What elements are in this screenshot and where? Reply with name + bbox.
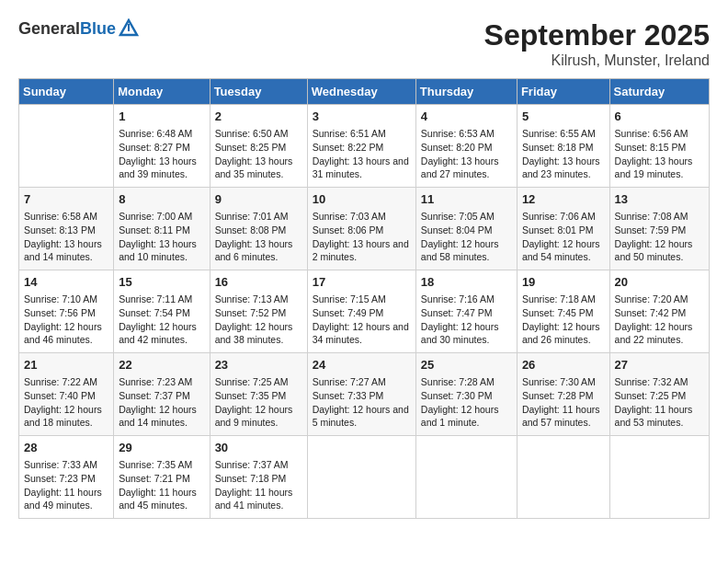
day-info: Sunrise: 7:13 AMSunset: 7:52 PMDaylight:… (215, 293, 302, 347)
day-number: 19 (522, 274, 605, 291)
calendar-cell: 16Sunrise: 7:13 AMSunset: 7:52 PMDayligh… (210, 270, 307, 353)
column-header-tuesday: Tuesday (210, 79, 307, 105)
calendar-cell (609, 436, 709, 519)
day-info: Sunrise: 7:05 AMSunset: 8:04 PMDaylight:… (421, 210, 512, 264)
title-block: September 2025 Kilrush, Munster, Ireland (484, 18, 710, 69)
day-number: 17 (313, 274, 411, 291)
calendar-cell: 4Sunrise: 6:53 AMSunset: 8:20 PMDaylight… (415, 105, 517, 188)
day-number: 29 (119, 440, 204, 456)
day-number: 2 (215, 109, 302, 125)
day-info: Sunrise: 7:28 AMSunset: 7:30 PMDaylight:… (421, 375, 512, 430)
day-info: Sunrise: 7:27 AMSunset: 7:33 PMDaylight:… (313, 375, 411, 430)
calendar-cell: 26Sunrise: 7:30 AMSunset: 7:28 PMDayligh… (517, 353, 609, 436)
calendar-cell: 10Sunrise: 7:03 AMSunset: 8:06 PMDayligh… (307, 188, 415, 270)
day-number: 30 (215, 440, 302, 456)
column-header-sunday: Sunday (19, 79, 114, 105)
calendar-cell: 9Sunrise: 7:01 AMSunset: 8:08 PMDaylight… (210, 188, 307, 270)
day-info: Sunrise: 7:08 AMSunset: 7:59 PMDaylight:… (615, 210, 704, 264)
calendar-cell: 15Sunrise: 7:11 AMSunset: 7:54 PMDayligh… (114, 270, 210, 353)
day-number: 7 (24, 191, 108, 208)
calendar-cell: 3Sunrise: 6:51 AMSunset: 8:22 PMDaylight… (307, 105, 415, 188)
day-number: 9 (215, 191, 302, 208)
logo-blue: Blue (80, 19, 116, 38)
week-row-1: 1Sunrise: 6:48 AMSunset: 8:27 PMDaylight… (19, 105, 710, 188)
day-info: Sunrise: 6:55 AMSunset: 8:18 PMDaylight:… (522, 127, 605, 181)
day-number: 25 (421, 357, 512, 373)
day-info: Sunrise: 7:35 AMSunset: 7:21 PMDaylight:… (119, 458, 204, 512)
day-number: 15 (119, 274, 204, 291)
day-info: Sunrise: 7:22 AMSunset: 7:40 PMDaylight:… (24, 375, 108, 430)
calendar-cell: 29Sunrise: 7:35 AMSunset: 7:21 PMDayligh… (114, 436, 210, 519)
calendar-cell (517, 436, 609, 519)
day-info: Sunrise: 7:15 AMSunset: 7:49 PMDaylight:… (313, 293, 411, 347)
logo: GeneralBlue (18, 18, 139, 39)
week-row-4: 21Sunrise: 7:22 AMSunset: 7:40 PMDayligh… (19, 353, 710, 436)
day-info: Sunrise: 6:48 AMSunset: 8:27 PMDaylight:… (119, 127, 204, 181)
calendar-cell: 20Sunrise: 7:20 AMSunset: 7:42 PMDayligh… (609, 270, 709, 353)
calendar-cell: 24Sunrise: 7:27 AMSunset: 7:33 PMDayligh… (307, 353, 415, 436)
day-info: Sunrise: 7:06 AMSunset: 8:01 PMDaylight:… (522, 210, 605, 264)
calendar-cell (19, 105, 114, 188)
calendar-cell: 7Sunrise: 6:58 AMSunset: 8:13 PMDaylight… (19, 188, 114, 270)
day-number: 5 (522, 109, 605, 125)
calendar-cell: 13Sunrise: 7:08 AMSunset: 7:59 PMDayligh… (609, 188, 709, 270)
column-header-friday: Friday (517, 79, 609, 105)
day-info: Sunrise: 7:01 AMSunset: 8:08 PMDaylight:… (215, 210, 302, 264)
day-info: Sunrise: 7:23 AMSunset: 7:37 PMDaylight:… (119, 375, 204, 430)
column-header-monday: Monday (114, 79, 210, 105)
day-number: 11 (421, 191, 512, 208)
day-info: Sunrise: 7:16 AMSunset: 7:47 PMDaylight:… (421, 293, 512, 347)
page-header: GeneralBlue September 2025 Kilrush, Muns… (18, 18, 710, 69)
day-info: Sunrise: 6:50 AMSunset: 8:25 PMDaylight:… (215, 127, 302, 181)
logo-general: General (18, 19, 80, 38)
day-number: 24 (313, 357, 411, 373)
day-number: 20 (615, 274, 704, 291)
day-number: 8 (119, 191, 204, 208)
calendar-cell: 25Sunrise: 7:28 AMSunset: 7:30 PMDayligh… (415, 353, 517, 436)
day-number: 16 (215, 274, 302, 291)
month-title: September 2025 (484, 18, 710, 52)
day-info: Sunrise: 7:32 AMSunset: 7:25 PMDaylight:… (615, 375, 704, 430)
day-info: Sunrise: 7:10 AMSunset: 7:56 PMDaylight:… (24, 293, 108, 347)
day-number: 6 (615, 109, 704, 125)
day-number: 27 (615, 357, 704, 373)
calendar-cell: 2Sunrise: 6:50 AMSunset: 8:25 PMDaylight… (210, 105, 307, 188)
calendar-cell: 5Sunrise: 6:55 AMSunset: 8:18 PMDaylight… (517, 105, 609, 188)
calendar-cell: 17Sunrise: 7:15 AMSunset: 7:49 PMDayligh… (307, 270, 415, 353)
day-number: 4 (421, 109, 512, 125)
day-info: Sunrise: 7:20 AMSunset: 7:42 PMDaylight:… (615, 293, 704, 347)
calendar-cell: 30Sunrise: 7:37 AMSunset: 7:18 PMDayligh… (210, 436, 307, 519)
calendar-cell: 21Sunrise: 7:22 AMSunset: 7:40 PMDayligh… (19, 353, 114, 436)
column-header-wednesday: Wednesday (307, 79, 415, 105)
day-info: Sunrise: 6:58 AMSunset: 8:13 PMDaylight:… (24, 210, 108, 264)
calendar-cell: 1Sunrise: 6:48 AMSunset: 8:27 PMDaylight… (114, 105, 210, 188)
calendar-cell (415, 436, 517, 519)
calendar-cell (307, 436, 415, 519)
day-info: Sunrise: 7:30 AMSunset: 7:28 PMDaylight:… (522, 375, 605, 430)
day-number: 12 (522, 191, 605, 208)
day-number: 10 (313, 191, 411, 208)
day-info: Sunrise: 6:53 AMSunset: 8:20 PMDaylight:… (421, 127, 512, 181)
calendar-cell: 8Sunrise: 7:00 AMSunset: 8:11 PMDaylight… (114, 188, 210, 270)
column-header-saturday: Saturday (609, 79, 709, 105)
calendar-cell: 14Sunrise: 7:10 AMSunset: 7:56 PMDayligh… (19, 270, 114, 353)
day-number: 23 (215, 357, 302, 373)
calendar-cell: 19Sunrise: 7:18 AMSunset: 7:45 PMDayligh… (517, 270, 609, 353)
day-number: 21 (24, 357, 108, 373)
calendar-cell: 6Sunrise: 6:56 AMSunset: 8:15 PMDaylight… (609, 105, 709, 188)
day-info: Sunrise: 7:18 AMSunset: 7:45 PMDaylight:… (522, 293, 605, 347)
day-number: 3 (313, 109, 411, 125)
calendar-cell: 11Sunrise: 7:05 AMSunset: 8:04 PMDayligh… (415, 188, 517, 270)
day-number: 26 (522, 357, 605, 373)
logo-icon (119, 18, 139, 39)
day-info: Sunrise: 7:11 AMSunset: 7:54 PMDaylight:… (119, 293, 204, 347)
day-number: 13 (615, 191, 704, 208)
calendar-cell: 28Sunrise: 7:33 AMSunset: 7:23 PMDayligh… (19, 436, 114, 519)
week-row-2: 7Sunrise: 6:58 AMSunset: 8:13 PMDaylight… (19, 188, 710, 270)
day-info: Sunrise: 7:00 AMSunset: 8:11 PMDaylight:… (119, 210, 204, 264)
day-number: 22 (119, 357, 204, 373)
day-info: Sunrise: 7:25 AMSunset: 7:35 PMDaylight:… (215, 375, 302, 430)
day-number: 1 (119, 109, 204, 125)
calendar-cell: 23Sunrise: 7:25 AMSunset: 7:35 PMDayligh… (210, 353, 307, 436)
day-info: Sunrise: 7:33 AMSunset: 7:23 PMDaylight:… (24, 458, 108, 512)
